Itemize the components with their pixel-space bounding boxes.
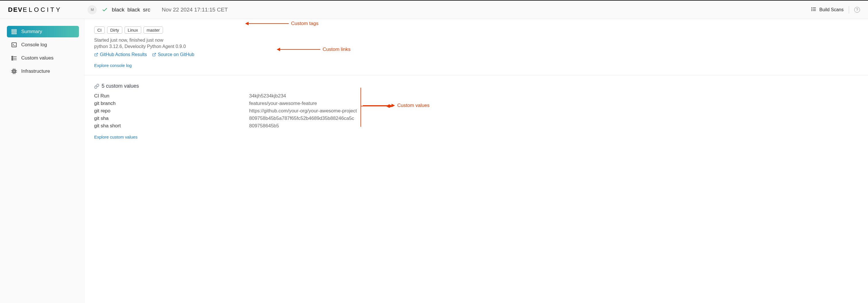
sidebar-item-label: Custom values (21, 55, 53, 61)
build-scans-link[interactable]: Build Scans (811, 6, 844, 13)
sidebar-item-infrastructure[interactable]: Infrastructure (7, 65, 79, 77)
annotation-label: Custom tags (291, 21, 318, 26)
tag[interactable]: Dirty (107, 26, 122, 34)
tag[interactable]: master (144, 26, 163, 34)
svg-rect-6 (12, 30, 17, 31)
sidebar-item-console-log[interactable]: Console log (7, 39, 79, 51)
svg-point-0 (811, 7, 812, 8)
tag-row: CI Dirty Linux master (94, 26, 858, 34)
sidebar-item-label: Infrastructure (21, 68, 50, 74)
summary-panel: CI Dirty Linux master Started just now, … (84, 19, 868, 76)
svg-rect-13 (12, 58, 13, 59)
svg-rect-17 (12, 70, 16, 73)
svg-rect-18 (13, 71, 15, 72)
build-timestamp: Nov 22 2024 17:11:15 CET (162, 7, 228, 13)
annotation-custom-links: Custom links (277, 47, 350, 52)
terminal-icon (11, 42, 17, 48)
custom-link-source-github[interactable]: Source on GitHub (152, 52, 194, 57)
kv-val: 34kjh5234kjb234 (249, 93, 858, 99)
topbar: DEVELOCITY M black black src Nov 22 2024… (0, 0, 868, 19)
svg-rect-7 (12, 31, 17, 32)
kv-key: CI Run (94, 93, 249, 99)
explore-console-log-link[interactable]: Explore console log (94, 63, 132, 68)
sidebar: Summary Console log Custom values Infras… (0, 19, 84, 303)
custom-links-row: GitHub Actions Results Source on GitHub (94, 52, 858, 57)
cpu-icon (11, 68, 17, 75)
main-content: CI Dirty Linux master Started just now, … (84, 19, 868, 303)
sidebar-item-custom-values[interactable]: Custom values (7, 52, 79, 64)
external-link-icon (152, 53, 156, 57)
annotation-label: Custom values (397, 103, 429, 108)
annotation-label: Custom links (322, 47, 350, 52)
crumb[interactable]: black (112, 7, 124, 13)
kv-key: git repo (94, 108, 249, 114)
annotation-custom-values-arrow: Custom values (363, 103, 429, 108)
custom-link-github-actions[interactable]: GitHub Actions Results (94, 52, 147, 57)
build-scans-label: Build Scans (819, 7, 844, 12)
tag[interactable]: Linux (125, 26, 141, 34)
kv-val: 809758b45b5a787f65fc52b4689d35b88246ca5c (249, 116, 858, 121)
svg-rect-15 (12, 59, 13, 60)
custom-values-header: 5 custom values (94, 83, 858, 89)
crumb[interactable]: black (127, 7, 140, 13)
help-icon[interactable]: ? (854, 7, 860, 12)
crumb[interactable]: src (143, 7, 150, 13)
link-chain-icon (94, 84, 99, 89)
svg-rect-11 (12, 56, 13, 57)
tag[interactable]: CI (94, 26, 105, 34)
kv-val: 809758645b5 (249, 123, 858, 129)
list-icon (811, 6, 817, 13)
svg-point-4 (811, 10, 812, 11)
link-label: GitHub Actions Results (100, 52, 147, 57)
check-icon (102, 7, 107, 12)
custom-values-table: CI Run 34kjh5234kjb234 git branch featur… (94, 93, 858, 129)
brand-logo: DEVELOCITY (8, 6, 62, 13)
started-finished-text: Started just now, finished just now (94, 38, 858, 43)
custom-values-title: 5 custom values (102, 83, 139, 89)
kv-val: features/your-awesome-feature (249, 101, 858, 106)
explore-custom-values-link[interactable]: Explore custom values (94, 135, 137, 139)
summary-icon (11, 28, 17, 35)
divider (849, 6, 849, 13)
kv-key: git branch (94, 101, 249, 106)
svg-point-2 (811, 9, 812, 9)
custom-values-panel: 5 custom values CI Run 34kjh5234kjb234 g… (84, 76, 868, 147)
svg-line-28 (154, 53, 155, 55)
kv-val: https://github.com/your-org/your-awesome… (249, 108, 858, 114)
external-link-icon (94, 53, 98, 57)
annotation-custom-tags: Custom tags (245, 21, 318, 26)
svg-rect-9 (12, 43, 17, 47)
link-label: Source on GitHub (158, 52, 194, 57)
sidebar-item-label: Console log (21, 42, 47, 48)
breadcrumb: black black src (112, 7, 150, 13)
key-value-icon (11, 55, 17, 61)
kv-key: git sha (94, 116, 249, 121)
avatar[interactable]: M (88, 5, 97, 15)
kv-key: git sha short (94, 123, 249, 129)
environment-text: python 3.12.6, Develocity Python Agent 0… (94, 44, 858, 49)
sidebar-item-label: Summary (21, 29, 42, 34)
svg-line-27 (96, 53, 98, 55)
sidebar-item-summary[interactable]: Summary (7, 26, 79, 37)
svg-rect-8 (12, 33, 17, 34)
